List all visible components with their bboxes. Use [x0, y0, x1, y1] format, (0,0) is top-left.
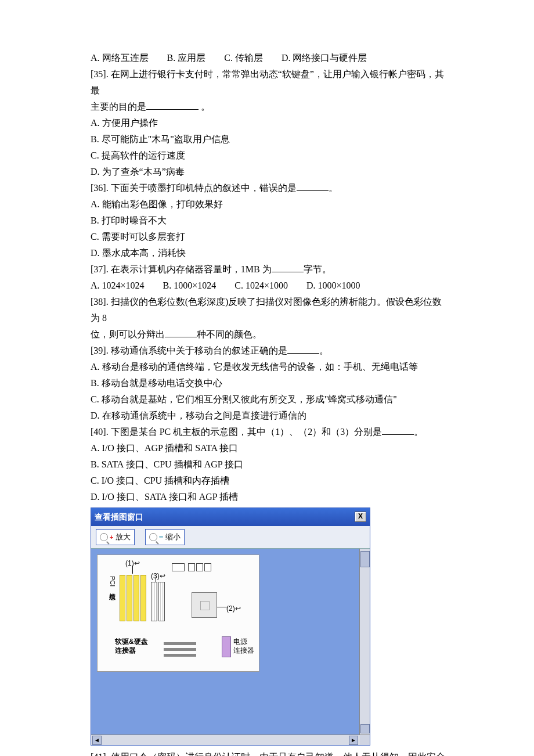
hd-connector — [164, 642, 196, 645]
q34-opt-c: C. 传输层 — [224, 50, 263, 66]
power-connector — [222, 636, 231, 657]
power-label-2: 连接器 — [233, 646, 254, 654]
q40-stem: [40]. 下图是某台 PC 机主板的示意图，其中（1）、（2）和（3）分别是。 — [91, 424, 447, 440]
q34-opt-b: B. 应用层 — [167, 50, 206, 66]
vertical-scrollbar[interactable] — [359, 549, 370, 735]
q37-tail: 字节。 — [304, 264, 331, 274]
callout-2: (2)↩ — [226, 603, 241, 615]
io-port — [196, 563, 203, 571]
pci-slot — [120, 575, 125, 621]
callout-3: (3)↩ — [151, 570, 165, 582]
window-title: 查看插图窗口 — [95, 510, 143, 524]
callout-line — [132, 566, 133, 574]
q35-opt-c: C. 提高软件的运行速度 — [91, 147, 447, 164]
pci-label: PCI 总线槽 — [107, 576, 118, 588]
memory-slot — [151, 582, 157, 621]
magnifier-icon — [100, 533, 108, 541]
io-port — [172, 563, 185, 571]
q35-opt-a: A. 方便用户操作 — [91, 115, 447, 131]
q40-stem-text: [40]. 下图是某台 PC 机主板的示意图，其中（1）、（2）和（3）分别是 — [91, 427, 382, 437]
horizontal-scrollbar[interactable]: ◄ ► — [91, 735, 370, 745]
q38-tail: 种不同的颜色。 — [197, 329, 262, 339]
pci-slot — [134, 575, 139, 621]
power-label-1: 电源 — [233, 638, 247, 646]
q36-opt-d: D. 墨水成本高，消耗快 — [91, 245, 447, 261]
q39-opt-c: C. 移动台就是基站，它们相互分割又彼此有所交叉，形成"蜂窝式移动通信" — [91, 391, 447, 408]
q37-stem-text: [37]. 在表示计算机内存储器容量时，1MB 为 — [91, 264, 272, 274]
blank — [272, 264, 304, 272]
q36-opt-b: B. 打印时噪音不大 — [91, 213, 447, 229]
q40-tail: 。 — [414, 427, 423, 437]
q37-options: A. 1024×1024 B. 1000×1024 C. 1024×1000 D… — [91, 278, 447, 294]
q37-stem: [37]. 在表示计算机内存储器容量时，1MB 为字节。 — [91, 261, 447, 278]
q36-opt-c: C. 需要时可以多层套打 — [91, 229, 447, 245]
q34-options: A. 网络互连层 B. 应用层 C. 传输层 D. 网络接口与硬件层 — [91, 50, 447, 66]
zoom-in-label: 放大 — [116, 532, 131, 541]
titlebar: 查看插图窗口 X — [91, 508, 370, 526]
q40-opt-a: A. I/O 接口、AGP 插槽和 SATA 接口 — [91, 440, 447, 456]
io-port — [204, 563, 211, 571]
power-label: 电源 连接器 — [233, 638, 254, 654]
q40-opt-d: D. I/O 接口、SATA 接口和 AGP 插槽 — [91, 489, 447, 505]
scroll-left-arrow-icon[interactable]: ◄ — [92, 736, 102, 745]
q39-opt-d: D. 在移动通信系统中，移动台之间是直接进行通信的 — [91, 408, 447, 424]
q39-opt-a: A. 移动台是移动的通信终端，它是收发无线信号的设备，如：手机、无绳电话等 — [91, 359, 447, 375]
q37-opt-b: B. 1000×1024 — [163, 278, 217, 294]
q38-stem-2-text: 位，则可以分辩出 — [91, 329, 165, 339]
scroll-right-arrow-icon[interactable]: ► — [349, 736, 358, 745]
hd-connector — [164, 648, 196, 651]
q41-stem-1: [41]. 使用口令（密码）进行身份认证时，由于只有自己知道，他人无从得知，因此… — [91, 749, 447, 756]
q38-stem-1: [38]. 扫描仪的色彩位数(色彩深度)反映了扫描仪对图像色彩的辨析能力。假设色… — [91, 294, 447, 326]
q35-stem-2-text: 主要的目的是 — [91, 102, 146, 111]
hd-connector — [164, 654, 196, 657]
q34-opt-d: D. 网络接口与硬件层 — [282, 50, 367, 66]
cpu-socket — [192, 592, 217, 618]
pci-slot — [127, 575, 132, 621]
q35-stem-2: 主要的目的是 。 — [91, 99, 447, 115]
q35-tail: 。 — [199, 102, 210, 111]
q40-opt-c: C. I/O 接口、CPU 插槽和内存插槽 — [91, 473, 447, 489]
q34-opt-a: A. 网络互连层 — [91, 50, 149, 66]
blank — [165, 329, 197, 337]
q35-opt-d: D. 为了查杀“木马”病毒 — [91, 164, 447, 180]
q37-opt-c: C. 1024×1000 — [234, 278, 288, 294]
q38-stem-2: 位，则可以分辩出种不同的颜色。 — [91, 326, 447, 343]
q35-stem-1: [35]. 在网上进行银行卡支付时，常常弹出动态“软键盘”，让用户输入银行帐户密… — [91, 66, 447, 99]
q40-opt-b: B. SATA 接口、CPU 插槽和 AGP 接口 — [91, 456, 447, 473]
q36-tail: 。 — [329, 183, 338, 193]
q37-opt-a: A. 1024×1024 — [91, 278, 145, 294]
canvas-area: (1)↩ (3)↩ (2)↩ PCI 总线槽 — [91, 549, 370, 735]
q36-opt-a: A. 能输出彩色图像，打印效果好 — [91, 196, 447, 213]
q39-stem-text: [39]. 移动通信系统中关于移动台的叙述正确的是 — [91, 345, 287, 355]
io-port — [188, 563, 195, 571]
plus-icon: + — [110, 534, 113, 541]
callout-line — [216, 607, 228, 607]
motherboard-diagram: (1)↩ (3)↩ (2)↩ PCI 总线槽 — [97, 555, 259, 672]
blank — [287, 345, 319, 354]
q37-opt-d: D. 1000×1000 — [306, 278, 360, 294]
pci-slot — [140, 575, 146, 621]
magnifier-icon — [149, 533, 157, 541]
zoom-out-button[interactable]: − 缩小 — [145, 529, 185, 546]
memory-slot — [158, 582, 165, 621]
blank — [297, 182, 329, 191]
scroll-corner — [360, 735, 370, 745]
zoom-out-label: 缩小 — [165, 532, 181, 541]
scroll-down-arrow-icon[interactable] — [360, 724, 370, 733]
image-viewer-window: 查看插图窗口 X + 放大 − 缩小 (1)↩ (3)↩ (2)↩ PCI 总线… — [91, 507, 370, 746]
zoom-in-button[interactable]: + 放大 — [96, 529, 135, 546]
q39-opt-b: B. 移动台就是移动电话交换中心 — [91, 375, 447, 391]
close-button[interactable]: X — [355, 512, 366, 522]
hd-label-2: 连接器 — [115, 646, 136, 654]
hd-label-1: 软驱&硬盘 — [115, 638, 148, 646]
hd-label: 软驱&硬盘 连接器 — [115, 638, 148, 654]
toolbar: + 放大 − 缩小 — [91, 526, 370, 549]
blank — [382, 426, 414, 435]
document-page: A. 网络互连层 B. 应用层 C. 传输层 D. 网络接口与硬件层 [35].… — [0, 0, 534, 756]
q35-opt-b: B. 尽可能防止"木马"盗取用户信息 — [91, 131, 447, 147]
q36-stem-text: [36]. 下面关于喷墨打印机特点的叙述中，错误的是 — [91, 183, 297, 193]
scroll-thumb[interactable] — [360, 551, 370, 567]
q39-stem: [39]. 移动通信系统中关于移动台的叙述正确的是。 — [91, 343, 447, 359]
minus-icon: − — [159, 532, 164, 541]
q39-tail: 。 — [319, 345, 329, 355]
